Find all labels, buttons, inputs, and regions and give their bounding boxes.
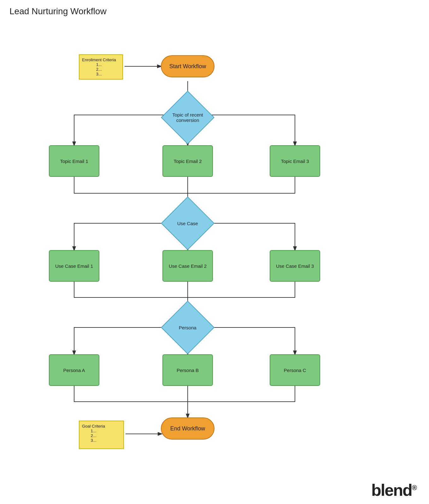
usecase-email-1-node: Use Case Email 1 — [49, 250, 99, 282]
persona-b-label: Persona B — [177, 368, 199, 373]
persona-b-node: Persona B — [162, 354, 213, 386]
goal-note-label: Goal Criteria 1... 2... 3... — [82, 424, 105, 443]
persona-c-node: Persona C — [270, 354, 320, 386]
start-workflow-node: Start Workflow — [161, 55, 214, 77]
decision-topic-label: Topic of recent conversion — [169, 112, 206, 123]
usecase-email-3-label: Use Case Email 3 — [276, 263, 314, 269]
end-workflow-node: End Workflow — [161, 417, 214, 440]
usecase-email-1-label: Use Case Email 1 — [55, 263, 93, 269]
usecase-email-2-label: Use Case Email 2 — [169, 263, 207, 269]
decision-persona-label: Persona — [169, 325, 206, 330]
end-workflow-label: End Workflow — [170, 425, 205, 432]
persona-c-label: Persona C — [284, 368, 306, 373]
diagram-container: Enrollment Criteria 1... 2... 3... Start… — [0, 23, 429, 504]
topic-email-2-node: Topic Email 2 — [162, 145, 213, 177]
usecase-email-3-node: Use Case Email 3 — [270, 250, 320, 282]
topic-email-1-node: Topic Email 1 — [49, 145, 99, 177]
topic-email-3-node: Topic Email 3 — [270, 145, 320, 177]
topic-email-1-label: Topic Email 1 — [60, 159, 88, 164]
goal-note: Goal Criteria 1... 2... 3... — [79, 421, 124, 449]
enrollment-note-label: Enrollment Criteria 1... 2... 3... — [82, 57, 116, 76]
page-title: Lead Nurturing Workflow — [0, 0, 429, 23]
topic-email-2-label: Topic Email 2 — [173, 159, 202, 164]
decision-usecase-node: Use Case — [161, 196, 214, 250]
persona-a-label: Persona A — [63, 368, 85, 373]
blend-logo: blend® — [371, 481, 416, 500]
decision-topic-node: Topic of recent conversion — [161, 91, 214, 144]
persona-a-node: Persona A — [49, 354, 99, 386]
start-workflow-label: Start Workflow — [169, 63, 206, 70]
decision-usecase-label: Use Case — [169, 221, 206, 226]
decision-persona-node: Persona — [161, 301, 214, 354]
topic-email-3-label: Topic Email 3 — [281, 159, 309, 164]
usecase-email-2-node: Use Case Email 2 — [162, 250, 213, 282]
enrollment-note: Enrollment Criteria 1... 2... 3... — [79, 54, 123, 80]
